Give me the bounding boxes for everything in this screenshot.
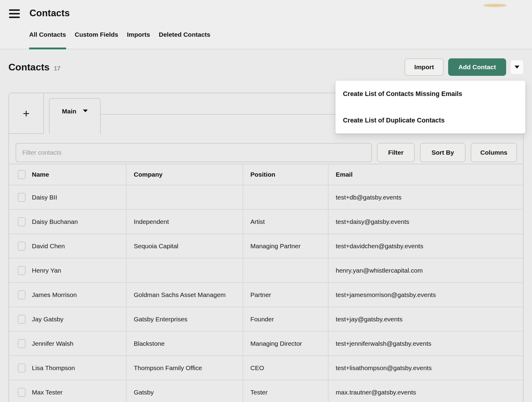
table-row[interactable]: David Chen Sequoia Capital Managing Part… bbox=[9, 234, 523, 258]
plus-icon: + bbox=[23, 108, 29, 119]
contact-email: test+lisathompson@gatsby.events bbox=[328, 356, 523, 380]
contact-company: Sequoia Capital bbox=[126, 234, 243, 258]
contact-name: Henry Yan bbox=[32, 267, 61, 274]
row-checkbox[interactable] bbox=[18, 193, 26, 202]
tab-imports[interactable]: Imports bbox=[127, 30, 150, 49]
contact-email: test+jenniferwalsh@gatsby.events bbox=[328, 331, 523, 356]
add-contact-button[interactable]: Add Contact bbox=[448, 58, 506, 76]
select-all-checkbox[interactable] bbox=[18, 170, 26, 179]
table-row[interactable]: Jay Gatsby Gatsby Enterprises Founder te… bbox=[9, 307, 523, 331]
contact-company: Gatsby Enterprises bbox=[126, 307, 243, 331]
contact-email: test+jamesmorrison@gatsby.events bbox=[328, 283, 523, 307]
row-checkbox[interactable] bbox=[18, 388, 26, 397]
contact-position bbox=[243, 185, 328, 209]
table-row[interactable]: Max Tester Gatsby Tester max.trautner@ga… bbox=[9, 380, 523, 402]
add-contact-dropdown-button[interactable] bbox=[510, 60, 524, 74]
contacts-count-badge: 17 bbox=[54, 65, 60, 72]
contact-position: Artist bbox=[243, 209, 328, 234]
contact-position: Founder bbox=[243, 307, 328, 331]
contact-name: Max Tester bbox=[32, 389, 63, 396]
contact-company bbox=[126, 185, 243, 209]
column-header-name: Name bbox=[32, 171, 49, 178]
contact-name: David Chen bbox=[32, 243, 65, 250]
contact-email: max.trautner@gatsby.events bbox=[328, 380, 523, 402]
import-button[interactable]: Import bbox=[405, 58, 444, 76]
heading-row: Contacts 17 Import Add Contact bbox=[8, 58, 524, 76]
table-header-row: Name Company Position Email bbox=[9, 164, 523, 185]
app-title: Contacts bbox=[29, 8, 70, 19]
contact-position: Managing Director bbox=[243, 331, 328, 356]
table-row[interactable]: Lisa Thompson Thompson Family Office CEO… bbox=[9, 356, 523, 380]
filter-contacts-input[interactable] bbox=[16, 143, 372, 162]
filter-button[interactable]: Filter bbox=[377, 143, 415, 162]
orange-arc-decoration bbox=[483, 4, 507, 7]
row-checkbox[interactable] bbox=[18, 242, 26, 251]
contacts-table-body: Daisy BII test+db@gatsby.events Daisy Bu… bbox=[9, 185, 523, 402]
filter-toolbar: Filter Sort By Columns bbox=[9, 134, 523, 162]
contact-company bbox=[126, 258, 243, 283]
contact-name: Jay Gatsby bbox=[32, 316, 63, 323]
table-row[interactable]: Daisy BII test+db@gatsby.events bbox=[9, 185, 523, 209]
column-header-email: Email bbox=[328, 164, 523, 185]
contact-name: Daisy Buchanan bbox=[32, 218, 78, 225]
contact-company: Blackstone bbox=[126, 331, 243, 356]
hamburger-menu-icon[interactable] bbox=[9, 9, 20, 19]
menu-item-create-list-missing-emails[interactable]: Create List of Contacts Missing Emails bbox=[335, 81, 525, 107]
header-tabs: All Contacts Custom Fields Imports Delet… bbox=[29, 30, 219, 49]
list-tab-main[interactable]: Main bbox=[49, 98, 101, 134]
app-header: Contacts All Contacts Custom Fields Impo… bbox=[0, 0, 532, 49]
add-contact-dropdown-menu: Create List of Contacts Missing Emails C… bbox=[335, 81, 525, 134]
column-header-position: Position bbox=[243, 164, 328, 185]
page-title: Contacts bbox=[8, 62, 50, 73]
sort-by-button[interactable]: Sort By bbox=[420, 143, 466, 162]
contact-email: test+daisy@gatsby.events bbox=[328, 209, 523, 234]
contacts-panel: + Main Filter Sort By Columns Name Compa… bbox=[8, 93, 524, 402]
contact-company: Gatsby bbox=[126, 380, 243, 402]
add-list-tab-button[interactable]: + bbox=[9, 93, 44, 134]
table-row[interactable]: Henry Yan henry.yan@whistlercapital.com bbox=[9, 258, 523, 283]
contact-email: henry.yan@whistlercapital.com bbox=[328, 258, 523, 283]
tab-custom-fields[interactable]: Custom Fields bbox=[75, 30, 118, 49]
table-row[interactable]: Daisy Buchanan Independent Artist test+d… bbox=[9, 209, 523, 234]
contact-position bbox=[243, 258, 328, 283]
contact-email: test+db@gatsby.events bbox=[328, 185, 523, 209]
contact-name: Daisy BII bbox=[32, 194, 57, 201]
contact-name: Lisa Thompson bbox=[32, 364, 75, 372]
contact-name: Jennifer Walsh bbox=[32, 340, 73, 347]
contacts-table: Name Company Position Email Daisy BII te… bbox=[9, 164, 523, 402]
contact-email: test+davidchen@gatsby.events bbox=[328, 234, 523, 258]
contact-name: James Morrison bbox=[32, 291, 77, 298]
tab-all-contacts[interactable]: All Contacts bbox=[29, 30, 66, 49]
menu-item-create-list-duplicate-contacts[interactable]: Create List of Duplicate Contacts bbox=[335, 107, 525, 134]
contact-position: Partner bbox=[243, 283, 328, 307]
contact-position: CEO bbox=[243, 356, 328, 380]
row-checkbox[interactable] bbox=[18, 266, 26, 275]
row-checkbox[interactable] bbox=[18, 315, 26, 324]
row-checkbox[interactable] bbox=[18, 339, 26, 348]
column-header-company: Company bbox=[126, 164, 243, 185]
contact-company: Thompson Family Office bbox=[126, 356, 243, 380]
columns-button[interactable]: Columns bbox=[471, 143, 517, 162]
row-checkbox[interactable] bbox=[18, 363, 26, 373]
chevron-down-icon bbox=[515, 66, 519, 69]
table-row[interactable]: Jennifer Walsh Blackstone Managing Direc… bbox=[9, 331, 523, 356]
contact-company: Independent bbox=[126, 209, 243, 234]
contact-company: Goldman Sachs Asset Managem bbox=[126, 283, 243, 307]
tab-deleted-contacts[interactable]: Deleted Contacts bbox=[159, 30, 210, 49]
row-checkbox[interactable] bbox=[18, 217, 26, 226]
contact-position: Managing Partner bbox=[243, 234, 328, 258]
contact-email: test+jay@gatsby.events bbox=[328, 307, 523, 331]
row-checkbox[interactable] bbox=[18, 290, 26, 299]
contact-position: Tester bbox=[243, 380, 328, 402]
table-row[interactable]: James Morrison Goldman Sachs Asset Manag… bbox=[9, 283, 523, 307]
chevron-down-icon bbox=[83, 110, 88, 112]
